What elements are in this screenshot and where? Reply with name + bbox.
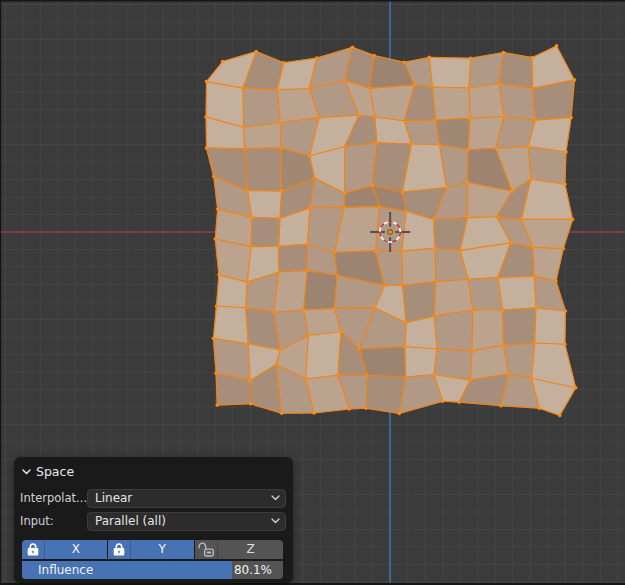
interpolation-dropdown[interactable]: Linear <box>87 489 286 508</box>
interpolation-label: Interpolat... <box>20 491 87 505</box>
axis-z-segment: Z <box>195 540 283 559</box>
object-origin-dot[interactable] <box>388 230 393 235</box>
lock-open-icon[interactable] <box>195 540 217 559</box>
axis-y-toggle[interactable]: Y <box>130 540 194 559</box>
lock-closed-icon[interactable] <box>108 540 130 559</box>
axis-x-segment: X <box>22 540 107 559</box>
input-label: Input: <box>20 514 87 528</box>
dropdown-chevron-icon <box>271 495 280 501</box>
axis-y-segment: Y <box>108 540 194 559</box>
interpolation-value: Linear <box>88 491 271 505</box>
dropdown-chevron-icon <box>271 518 280 524</box>
axis-x-toggle[interactable]: X <box>44 540 107 559</box>
blender-3d-viewport-window: Space Interpolat... Linear Input: Parall… <box>0 0 625 585</box>
operator-redo-panel: Space Interpolat... Linear Input: Parall… <box>14 457 293 583</box>
panel-header[interactable]: Space <box>22 464 74 480</box>
axis-z-toggle[interactable]: Z <box>217 540 283 559</box>
slider-value: 80.1% <box>234 561 272 579</box>
lock-closed-icon[interactable] <box>22 540 44 559</box>
chevron-down-icon <box>22 469 31 475</box>
slider-label: Influence <box>38 561 93 579</box>
panel-title: Space <box>36 465 74 479</box>
axis-toggle-row: X Y <box>22 540 283 559</box>
influence-slider[interactable]: Influence 80.1% <box>22 561 283 579</box>
input-dropdown[interactable]: Parallel (all) <box>87 512 286 531</box>
input-value: Parallel (all) <box>88 514 271 528</box>
